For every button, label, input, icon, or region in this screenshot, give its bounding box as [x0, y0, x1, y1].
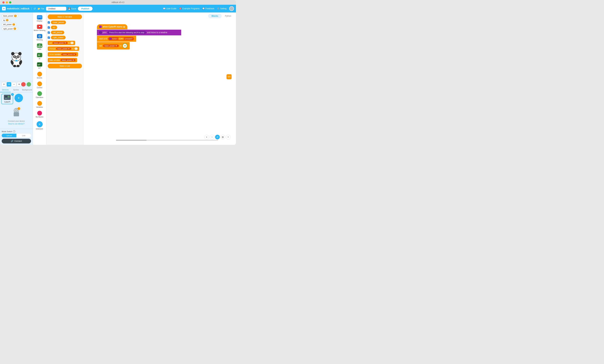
make-list-button[interactable]: Make a List: [48, 64, 82, 68]
device-icon: [4, 95, 11, 100]
set-value-chip[interactable]: 0: [70, 42, 74, 44]
example-programs-link[interactable]: 🎯 Example Programs: [179, 7, 200, 10]
category-variables[interactable]: Variables: [33, 100, 46, 109]
tab-background[interactable]: Background: [21, 87, 33, 92]
category-my-blocks[interactable]: My Blocks: [33, 109, 46, 119]
user-guide-link[interactable]: 📖 User Guide: [163, 7, 176, 10]
svg-text:IoT: IoT: [38, 64, 40, 66]
device-close-icon[interactable]: ×: [11, 93, 14, 96]
tab-blocks[interactable]: Blocks: [208, 14, 221, 18]
view-btn-grid4[interactable]: ⊞: [17, 82, 21, 86]
hide-variable-block[interactable]: hide variable base_power ▼: [48, 58, 77, 62]
close-button[interactable]: [2, 1, 5, 3]
how-to-use-link[interactable]: How to use device?: [8, 123, 25, 125]
dropdown-arrow4: ▼: [72, 59, 74, 61]
minimize-button[interactable]: [6, 1, 8, 3]
maximize-button[interactable]: [9, 1, 11, 3]
category-sensing[interactable]: Sensing: [33, 33, 46, 42]
upload-mode-button[interactable]: Upload: [2, 134, 16, 137]
category-ai[interactable]: AI AI: [33, 51, 46, 61]
run-button[interactable]: [27, 82, 31, 86]
horizontal-scrollbar[interactable]: [116, 140, 218, 141]
set-base-power-block[interactable]: set base_power ▼ to 30: [97, 42, 130, 49]
var-checkbox-kp[interactable]: [48, 26, 50, 29]
var-chip-left-power[interactable]: left_power: [51, 31, 64, 34]
svg-point-34: [39, 26, 40, 27]
lan-icon: [37, 43, 42, 48]
set-block[interactable]: set base_power ▼ to 0: [48, 41, 75, 45]
nav-refresh-button[interactable]: ↺: [34, 7, 36, 10]
feedback-link[interactable]: 💬 Feedback: [202, 7, 214, 10]
mode-info-icon[interactable]: ?: [13, 130, 15, 133]
wait-block[interactable]: wait until button B ▼ pressed?: [97, 36, 136, 42]
print-text-chip[interactable]: Press B to start line following and A to…: [108, 31, 146, 34]
connect-button[interactable]: 🔗 Connect: [2, 139, 31, 144]
var-chip-right-power[interactable]: right_power: [51, 36, 65, 39]
print-block[interactable]: print Press B to start line following an…: [97, 30, 181, 35]
save-button[interactable]: 💾 Save: [68, 7, 76, 10]
set-label: set: [49, 42, 52, 44]
project-title-input[interactable]: [46, 7, 66, 11]
variable-badge-base-power[interactable]: base_power 0: [2, 14, 18, 17]
make-variable-button[interactable]: Make a Variable: [48, 14, 82, 19]
category-iot[interactable]: IoT IoT: [33, 61, 46, 70]
canvas-area: Blocks Python when CyberPi starts up: [83, 12, 236, 145]
category-control[interactable]: Control: [33, 80, 46, 90]
variable-badge-left-power[interactable]: left_power 0: [2, 23, 16, 26]
stop-button[interactable]: [21, 82, 25, 86]
button-dropdown[interactable]: B ▼: [118, 37, 124, 40]
var-chip-kp[interactable]: kp: [51, 25, 57, 29]
hat-block-container: when CyberPi starts up: [97, 24, 181, 29]
zoom-in-button[interactable]: +: [204, 135, 209, 139]
iot-label: IoT: [38, 67, 41, 69]
zoom-menu-button[interactable]: =: [226, 135, 230, 139]
category-lan[interactable]: LAN: [33, 42, 46, 51]
user-avatar[interactable]: [229, 6, 234, 11]
tab-sprites[interactable]: Sprites: [11, 87, 22, 92]
hide-var-dropdown[interactable]: base_power ▼: [61, 59, 76, 61]
var-checkbox-base-power[interactable]: [48, 21, 50, 24]
view-btn-single[interactable]: ⊟: [2, 82, 6, 86]
set-var2-dropdown[interactable]: base_power ▼: [103, 44, 119, 47]
wait-condition-chip[interactable]: button B ▼ pressed?: [108, 37, 134, 40]
show-variable-block[interactable]: show variable base_power ▼: [48, 52, 78, 57]
view-btn-list[interactable]: ≡: [12, 82, 16, 86]
extension-add-button[interactable]: +: [37, 121, 43, 127]
variable-badge-kp[interactable]: kp 0: [2, 19, 10, 22]
category-motion-sensing[interactable]: Motion Sensing: [33, 23, 46, 33]
var-value-kp: 0: [6, 19, 9, 21]
file-menu-button[interactable]: 📁 File: [38, 7, 44, 10]
setting-link[interactable]: ⚙️ Setting: [217, 7, 226, 10]
var-checkbox-right-power[interactable]: [48, 36, 50, 39]
code-embed-toggle[interactable]: </>: [226, 74, 232, 79]
zoom-fit-button[interactable]: ⊞: [220, 135, 225, 139]
when-start-block[interactable]: when CyberPi starts up: [97, 24, 127, 29]
var-chip-base-power[interactable]: base_power: [51, 21, 66, 24]
change-block[interactable]: change base_power ▼ by 1: [48, 47, 79, 51]
set-var-dropdown[interactable]: base_power ▼: [52, 42, 68, 44]
var-checkbox-left-power[interactable]: [48, 32, 50, 34]
svg-rect-17: [5, 96, 7, 97]
change-value-chip[interactable]: 1: [75, 48, 77, 50]
view-btn-grid2[interactable]: ⊞: [7, 82, 11, 86]
zoom-out-button[interactable]: −: [210, 135, 214, 139]
user-guide-icon: 📖: [163, 7, 165, 10]
live-mode-button[interactable]: Live: [16, 134, 31, 137]
my-blocks-label: My Blocks: [36, 116, 43, 118]
panda-character: [9, 50, 24, 67]
category-display[interactable]: Display: [33, 14, 46, 23]
zoom-reset-button[interactable]: ↺: [215, 135, 220, 139]
tab-devices[interactable]: Devices: [0, 87, 11, 92]
add-device-button[interactable]: +: [14, 94, 23, 102]
set-value-30-chip[interactable]: 30: [123, 43, 127, 48]
device-card-cyberpi[interactable]: × CyberPi: [1, 94, 13, 104]
category-events[interactable]: Events: [33, 70, 46, 80]
variable-badge-right-power[interactable]: right_power 0: [2, 27, 18, 30]
show-var-dropdown[interactable]: base_power ▼: [61, 53, 76, 56]
change-var-dropdown[interactable]: base_power ▼: [56, 48, 71, 50]
category-extension[interactable]: + extension: [33, 119, 46, 131]
publish-button[interactable]: Publish: [78, 7, 92, 11]
tab-python[interactable]: Python: [222, 14, 235, 18]
svg-point-9: [18, 56, 18, 57]
category-operators[interactable]: Operators: [33, 90, 46, 100]
